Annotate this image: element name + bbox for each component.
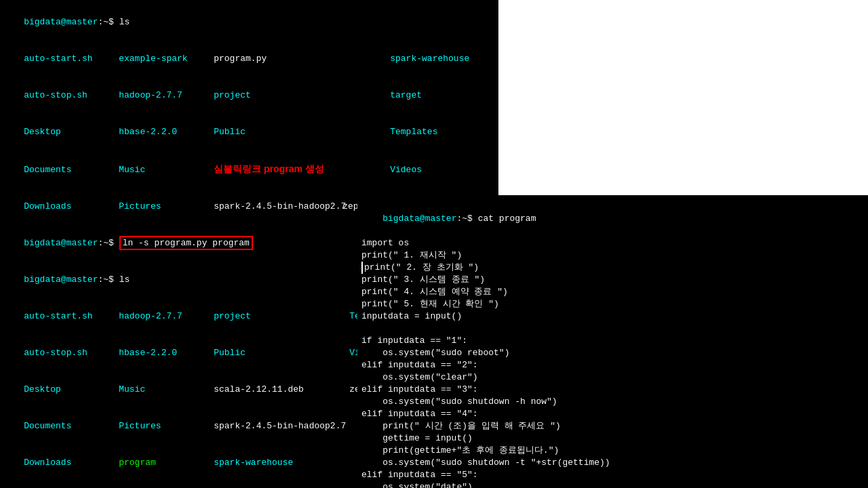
right-code-line: elif inputdata == "2":: [361, 359, 864, 371]
ls-item: spark-2.4.5-bin-hadoop2.7: [214, 201, 336, 213]
ls-item: Videos: [390, 165, 422, 175]
right-code-line: elif inputdata == "5":: [361, 469, 864, 481]
ls-item: hbase-2.2.0: [119, 126, 214, 138]
ls-item: program.py: [214, 53, 336, 65]
ls-item: hbase-2.2.0: [119, 347, 214, 359]
ls-item: Public: [214, 347, 349, 359]
ls-item: Pictures: [119, 201, 214, 213]
right-prompt-line: bigdata@master:~$ cat program: [361, 201, 864, 237]
right-code-line: if inputdata == "1":: [361, 335, 864, 347]
prompt-tilde: :~$ ls: [98, 274, 130, 285]
ls-item: Public: [214, 126, 336, 138]
ls-item: auto-start.sh: [24, 310, 119, 323]
ls-item: Desktop: [24, 384, 119, 396]
ls-item: Downloads: [24, 201, 119, 213]
ls-item: auto-start.sh: [24, 53, 119, 65]
right-code-blank: [361, 323, 864, 335]
prompt-user: bigdata@master: [24, 274, 98, 285]
right-code-line: print(" 2. 장 초기화 "): [361, 262, 864, 274]
prompt-user: bigdata@master: [24, 17, 98, 27]
ls-item: Downloads: [24, 457, 119, 469]
ls-output-row: Desktophbase-2.2.0PublicTemplates: [3, 114, 496, 150]
prompt-tilde: :~$: [98, 238, 119, 248]
right-code-line: os.system("sudo shutdown -t "+str(gettim…: [361, 457, 864, 469]
ls-item: scala-2.12.11.deb: [214, 384, 349, 396]
ls-item: Music: [119, 164, 214, 176]
right-code-line: print(" 4. 시스템 예약 종료 "): [361, 286, 864, 298]
ls-item: target: [390, 90, 422, 100]
ls-item: auto-stop.sh: [24, 347, 119, 359]
ls-item: project: [214, 310, 349, 323]
prompt-tilde: :~$ ls: [98, 17, 130, 27]
ls-item: Pictures: [119, 420, 214, 432]
right-code-line: import os: [361, 237, 864, 249]
ls-item: spark-2.4.5-bin-hadoop2.7: [214, 420, 349, 432]
right-code-line: inputdata = input(): [361, 310, 864, 323]
right-prompt-user: bigdata@master: [382, 214, 456, 224]
white-background: [498, 0, 868, 195]
ls-item: spark-warehouse: [390, 54, 469, 64]
right-code-line: os.system("sudo reboot"): [361, 347, 864, 359]
ls-item: spark-warehouse: [214, 457, 349, 469]
right-code-line: elif inputdata == "4":: [361, 408, 864, 420]
ls-item: hadoop-2.7.7: [119, 89, 214, 102]
ls-item: Documents: [24, 164, 119, 176]
right-code-line: os.system("date"): [361, 481, 864, 488]
ls-output-row: auto-stop.shhadoop-2.7.7projecttarget: [3, 77, 496, 114]
ln-command-box: ln -s program.py program: [119, 236, 253, 250]
ls-output-row: auto-start.shexample-sparkprogram.pyspar…: [3, 41, 496, 77]
ls-item: Documents: [24, 420, 119, 432]
ls-output-row-red: DocumentsMusic심볼릭링크 program 생성Videos: [3, 150, 496, 188]
right-code-line: print(gettime+"초 후에 종료됩니다."): [361, 445, 864, 457]
red-overlay-text: 심볼릭링크 program 생성: [214, 163, 336, 175]
right-code-line: print(" 시간 (조)을 입력 해 주세요 "): [361, 420, 864, 432]
ls-item: Desktop: [24, 126, 119, 138]
ls-item-program: program: [119, 457, 214, 469]
terminal-line: bigdata@master:~$ ls: [3, 4, 496, 41]
ls-item: hadoop-2.7.7: [119, 310, 214, 323]
ls-item: auto-stop.sh: [24, 89, 119, 102]
right-code-line: print(" 1. 재시작 "): [361, 249, 864, 262]
terminal-right: bigdata@master:~$ cat program import os …: [357, 195, 868, 488]
prompt-user: bigdata@master: [24, 238, 98, 248]
right-code-line: print(" 5. 현재 시간 확인 "): [361, 298, 864, 310]
right-prompt-tilde: :~$ cat program: [456, 214, 536, 224]
right-code-line: print(" 3. 시스템 종료 "): [361, 274, 864, 286]
right-code-line: gettime = input(): [361, 432, 864, 445]
ls-item: Templates: [390, 127, 437, 137]
ls-item: project: [214, 89, 336, 102]
ls-item: example-spark: [119, 53, 214, 65]
right-code-line: elif inputdata == "3":: [361, 384, 864, 396]
right-code-line: os.system("sudo shutdown -h now"): [361, 396, 864, 408]
right-code-line: os.system("clear"): [361, 371, 864, 384]
ls-item: Music: [119, 384, 214, 396]
